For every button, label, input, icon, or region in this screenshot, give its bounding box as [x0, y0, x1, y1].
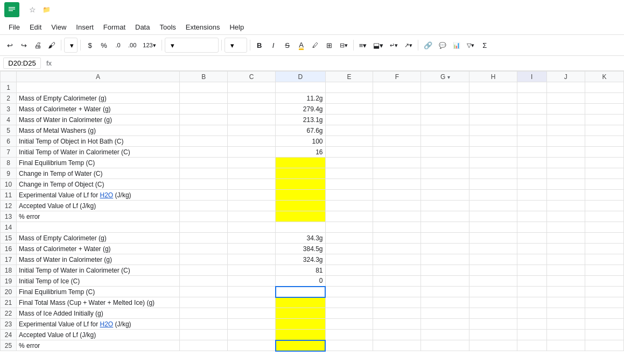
- cell-b7[interactable]: [180, 147, 228, 158]
- cell-a15[interactable]: Mass of Empty Calorimeter (g): [17, 233, 180, 244]
- cell-j24[interactable]: [546, 330, 585, 340]
- cell-a5[interactable]: Mass of Metal Washers (g): [17, 125, 180, 136]
- cell-a8[interactable]: Final Equilibrium Temp (C): [17, 158, 180, 168]
- cell-b19[interactable]: [180, 276, 228, 287]
- cell-h21[interactable]: [469, 297, 517, 308]
- cell-a18[interactable]: Initial Temp of Water in Calorimeter (C): [17, 265, 180, 276]
- cell-j23[interactable]: [546, 319, 585, 330]
- cell-f10[interactable]: [373, 179, 421, 190]
- cell-d21[interactable]: [276, 297, 325, 308]
- cell-e14[interactable]: [325, 222, 373, 233]
- cell-c15[interactable]: [228, 233, 276, 244]
- cell-b14[interactable]: [180, 222, 228, 233]
- cell-k9[interactable]: [585, 168, 624, 179]
- cell-a12[interactable]: Accepted Value of Lf (J/kg): [17, 201, 180, 211]
- cell-d12[interactable]: [276, 201, 325, 211]
- cell-g4[interactable]: [421, 115, 469, 125]
- cell-h24[interactable]: [469, 330, 517, 340]
- cell-i3[interactable]: [517, 104, 546, 115]
- cell-c12[interactable]: [228, 201, 276, 211]
- cell-d10[interactable]: [276, 179, 325, 190]
- cell-a6[interactable]: Initial Temp of Object in Hot Bath (C): [17, 136, 180, 147]
- cell-f15[interactable]: [373, 233, 421, 244]
- col-header-k[interactable]: K: [585, 72, 624, 82]
- cell-d1[interactable]: [276, 82, 325, 93]
- cell-h4[interactable]: [469, 115, 517, 125]
- cell-g12[interactable]: [421, 201, 469, 211]
- cell-f20[interactable]: [373, 287, 421, 297]
- cell-d20[interactable]: [276, 287, 325, 297]
- cell-c14[interactable]: [228, 222, 276, 233]
- cell-f16[interactable]: [373, 244, 421, 254]
- cell-e12[interactable]: [325, 201, 373, 211]
- cell-j21[interactable]: [546, 297, 585, 308]
- folder-icon[interactable]: 📁: [43, 6, 51, 13]
- col-header-g[interactable]: G ▾: [421, 72, 469, 82]
- cell-i20[interactable]: [517, 287, 546, 297]
- cell-c4[interactable]: [228, 115, 276, 125]
- cell-b16[interactable]: [180, 244, 228, 254]
- cell-e15[interactable]: [325, 233, 373, 244]
- cell-k11[interactable]: [585, 190, 624, 201]
- comment-button[interactable]: 💬: [436, 38, 449, 53]
- cell-b18[interactable]: [180, 265, 228, 276]
- cell-g21[interactable]: [421, 297, 469, 308]
- rotate-button[interactable]: ↗▾: [402, 38, 415, 53]
- cell-d4[interactable]: 213.1g: [276, 115, 325, 125]
- cell-a7[interactable]: Initial Temp of Water in Calorimeter (C): [17, 147, 180, 158]
- cell-d18[interactable]: 81: [276, 265, 325, 276]
- cell-c24[interactable]: [228, 330, 276, 340]
- merge-cells-button[interactable]: ⊟▾: [337, 38, 350, 53]
- cell-c21[interactable]: [228, 297, 276, 308]
- cell-g24[interactable]: [421, 330, 469, 340]
- cell-a22[interactable]: Mass of Ice Added Initially (g): [17, 308, 180, 319]
- cell-b22[interactable]: [180, 308, 228, 319]
- cell-e23[interactable]: [325, 319, 373, 330]
- sheet-container[interactable]: A B C D E F G ▾ H I J K 12Mass of Empty …: [0, 71, 624, 364]
- cell-k15[interactable]: [585, 233, 624, 244]
- cell-d24[interactable]: [276, 330, 325, 340]
- cell-f14[interactable]: [373, 222, 421, 233]
- percent-button[interactable]: %: [97, 38, 110, 53]
- cell-g8[interactable]: [421, 158, 469, 168]
- cell-f3[interactable]: [373, 104, 421, 115]
- cell-b20[interactable]: [180, 287, 228, 297]
- chart-button[interactable]: 📊: [450, 38, 463, 53]
- cell-g25[interactable]: [421, 340, 469, 351]
- cell-d13[interactable]: [276, 211, 325, 222]
- cell-b23[interactable]: [180, 319, 228, 330]
- cell-g5[interactable]: [421, 125, 469, 136]
- cell-b5[interactable]: [180, 125, 228, 136]
- cell-j7[interactable]: [546, 147, 585, 158]
- cell-b3[interactable]: [180, 104, 228, 115]
- cell-c9[interactable]: [228, 168, 276, 179]
- cell-c6[interactable]: [228, 136, 276, 147]
- cell-b8[interactable]: [180, 158, 228, 168]
- filter-button[interactable]: ▽▾: [464, 38, 477, 53]
- cell-f18[interactable]: [373, 265, 421, 276]
- cell-a10[interactable]: Change in Temp of Object (C): [17, 179, 180, 190]
- cell-a21[interactable]: Final Total Mass (Cup + Water + Melted I…: [17, 297, 180, 308]
- menu-edit[interactable]: Edit: [25, 22, 46, 33]
- cell-d14[interactable]: [276, 222, 325, 233]
- menu-data[interactable]: Data: [131, 22, 154, 33]
- cell-f12[interactable]: [373, 201, 421, 211]
- decimal-less-button[interactable]: .0: [111, 38, 124, 53]
- cell-c5[interactable]: [228, 125, 276, 136]
- cell-k18[interactable]: [585, 265, 624, 276]
- cell-a9[interactable]: Change in Temp of Water (C): [17, 168, 180, 179]
- cell-i19[interactable]: [517, 276, 546, 287]
- cell-h17[interactable]: [469, 254, 517, 265]
- cell-c23[interactable]: [228, 319, 276, 330]
- col-header-a[interactable]: A: [17, 72, 180, 82]
- cell-k24[interactable]: [585, 330, 624, 340]
- cell-j1[interactable]: [546, 82, 585, 93]
- cell-j3[interactable]: [546, 104, 585, 115]
- cell-g19[interactable]: [421, 276, 469, 287]
- cell-h5[interactable]: [469, 125, 517, 136]
- cell-j25[interactable]: [546, 340, 585, 351]
- cell-k3[interactable]: [585, 104, 624, 115]
- zoom-dropdown[interactable]: ▾: [64, 38, 78, 53]
- cell-b21[interactable]: [180, 297, 228, 308]
- cell-f13[interactable]: [373, 211, 421, 222]
